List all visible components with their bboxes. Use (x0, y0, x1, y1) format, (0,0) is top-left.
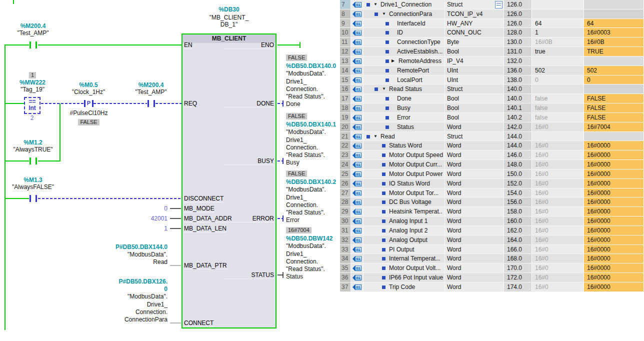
contact1-address[interactable]: %M200.4 (13, 22, 53, 30)
name-cell[interactable]: Internal Temperat... (364, 254, 445, 264)
row-number[interactable]: 24 (340, 160, 351, 170)
member-name[interactable]: Trip Code (389, 282, 415, 292)
name-cell[interactable]: Trip Code (364, 282, 445, 292)
name-cell[interactable]: Status Word (364, 141, 445, 150)
row-number[interactable]: 12 (340, 47, 351, 56)
table-row[interactable]: 33PI OutputWord166.016#016#0000 (340, 245, 644, 254)
compare-box[interactable]: == Int (24, 97, 40, 114)
start-value-cell[interactable]: false (532, 104, 584, 113)
pin-mb-data-len[interactable]: MB_DATA_LEN (184, 225, 226, 232)
table-row[interactable]: 21▼ReadStruct144.0 (340, 132, 644, 142)
start-value-cell[interactable]: 16#0 (532, 207, 584, 216)
contact3-tag[interactable]: "AlwaysTRUE" (10, 146, 56, 153)
row-number[interactable]: 23 (340, 150, 351, 160)
name-cell[interactable]: Motor Output Tor... (364, 188, 445, 198)
datatype-cell[interactable]: Word (445, 198, 504, 207)
start-value-cell[interactable]: 16#0 (532, 282, 584, 292)
compare-datatype[interactable]: Int (25, 105, 40, 112)
datatype-cell[interactable]: Word (445, 150, 504, 160)
row-number[interactable]: 7 (340, 0, 351, 10)
datatype-cell[interactable]: IP_V4 (445, 56, 504, 66)
datatype-cell[interactable]: Word (445, 188, 504, 198)
row-number[interactable]: 34 (340, 254, 351, 264)
start-value-cell[interactable]: 16#0B (532, 38, 584, 47)
pin-mb-data-ptr[interactable]: MB_DATA_PTR (184, 262, 227, 270)
member-name[interactable]: InterfaceId (397, 19, 426, 28)
datatype-cell[interactable]: Word (445, 141, 504, 150)
name-cell[interactable]: Motor Output Power (364, 170, 445, 179)
collapse-icon[interactable]: ▼ (382, 84, 386, 94)
datatype-cell[interactable]: Word (445, 216, 504, 226)
start-value-cell[interactable] (532, 10, 584, 19)
row-number[interactable]: 25 (340, 170, 351, 179)
row-number[interactable]: 26 (340, 179, 351, 188)
collapse-icon[interactable]: ▼ (374, 132, 378, 142)
start-value-cell[interactable]: 16#0 (532, 188, 584, 198)
name-cell[interactable]: ▼Read (364, 132, 445, 142)
datatype-cell[interactable]: Word (445, 179, 504, 188)
start-value-cell[interactable]: 502 (532, 66, 584, 76)
start-value-cell[interactable]: 16#0 (532, 198, 584, 207)
name-cell[interactable]: Analog Input 1 (364, 216, 445, 226)
expand-icon[interactable]: ▶ (392, 56, 394, 66)
comparator-operand2[interactable]: 2 (22, 114, 42, 122)
member-name[interactable]: ConnectionPara (389, 10, 432, 19)
name-cell[interactable]: InterfaceId (364, 19, 445, 28)
name-cell[interactable]: DC Bus Voltage (364, 198, 445, 207)
member-name[interactable]: Motor Output Curr... (389, 160, 442, 170)
table-row[interactable]: 24Motor Output Curr...Word148.016#016#00… (340, 160, 644, 170)
name-cell[interactable]: Analog Output (364, 236, 445, 245)
mb-client-block[interactable]: MB_CLIENT (182, 34, 276, 328)
pcontact-letter[interactable]: P (85, 100, 92, 106)
start-value-cell[interactable]: 64 (532, 19, 584, 28)
member-name[interactable]: Drive1_Connection (380, 0, 432, 10)
start-value-cell[interactable]: false (532, 113, 584, 122)
table-row[interactable]: 35Motor Output Volt...Word170.016#016#00… (340, 264, 644, 273)
start-value-cell[interactable]: 16#0 (532, 226, 584, 236)
table-row[interactable]: 27Motor Output Tor...Word154.016#016#000… (340, 188, 644, 198)
name-cell[interactable]: ▼Read Status (364, 84, 445, 94)
member-name[interactable]: Analog Input 1 (389, 216, 428, 226)
mb-data-len-value[interactable]: 1 (92, 225, 168, 232)
table-row[interactable]: 37Trip CodeWord174.016#016#0000 (340, 282, 644, 292)
member-name[interactable]: ConnectionType (397, 38, 440, 47)
member-name[interactable]: RemoteAddress (398, 56, 442, 66)
start-value-cell[interactable]: 16#0 (532, 245, 584, 254)
datatype-cell[interactable]: Word (445, 207, 504, 216)
member-name[interactable]: Analog Input 2 (389, 226, 428, 236)
connect-operand[interactable]: P#DB50.DBX126. 0 "ModbusData".Drive1_Con… (68, 278, 168, 324)
datatype-cell[interactable]: Bool (445, 47, 504, 56)
name-cell[interactable]: ▶RemoteAddress (364, 56, 445, 66)
contact2-tag[interactable]: "Test_AMP" (131, 88, 171, 96)
row-number[interactable]: 18 (340, 104, 351, 113)
instance-db-name-line2[interactable]: DB_1" (199, 21, 259, 28)
row-number[interactable]: 36 (340, 273, 351, 282)
row-number[interactable]: 10 (340, 28, 351, 38)
pcontact-local-tag[interactable]: #PulseCl10Hz (65, 110, 112, 116)
table-row[interactable]: 12ActiveEstablish...Bool131.0trueTRUE (340, 47, 644, 56)
member-name[interactable]: Read Status (389, 84, 422, 94)
member-name[interactable]: RemotePort (397, 66, 429, 76)
table-row[interactable]: 32Analog OutputWord164.016#016#0000 (340, 236, 644, 245)
contact4-tag[interactable]: "AlwaysFALSE" (9, 184, 57, 190)
datatype-cell[interactable]: Word (445, 254, 504, 264)
name-cell[interactable]: RemotePort (364, 66, 445, 76)
table-row[interactable]: 11ConnectionTypeByte130.016#0B16#0B (340, 38, 644, 47)
datatype-cell[interactable]: HW_ANY (445, 19, 504, 28)
start-value-cell[interactable]: 16#0 (532, 170, 584, 179)
name-cell[interactable]: Error (364, 113, 445, 122)
contact1-tag[interactable]: "Test_AMP" (13, 30, 53, 36)
name-cell[interactable]: LocalPort (364, 76, 445, 85)
row-number[interactable]: 29 (340, 207, 351, 216)
table-row[interactable]: 26IO Status WordWord152.016#016#0000 (340, 179, 644, 188)
row-number[interactable]: 33 (340, 245, 351, 254)
pin-status[interactable]: STATUS (224, 272, 274, 279)
row-number[interactable]: 8 (340, 10, 351, 19)
start-value-cell[interactable] (532, 56, 584, 66)
row-number[interactable]: 20 (340, 122, 351, 132)
member-name[interactable]: Read (380, 132, 395, 142)
name-cell[interactable]: ▼Drive1_Connection (364, 0, 445, 10)
table-row[interactable]: 29Heatsink Temperat..Word158.016#016#000… (340, 207, 644, 216)
name-cell[interactable]: Motor Output Speed (364, 150, 445, 160)
row-number[interactable]: 31 (340, 226, 351, 236)
